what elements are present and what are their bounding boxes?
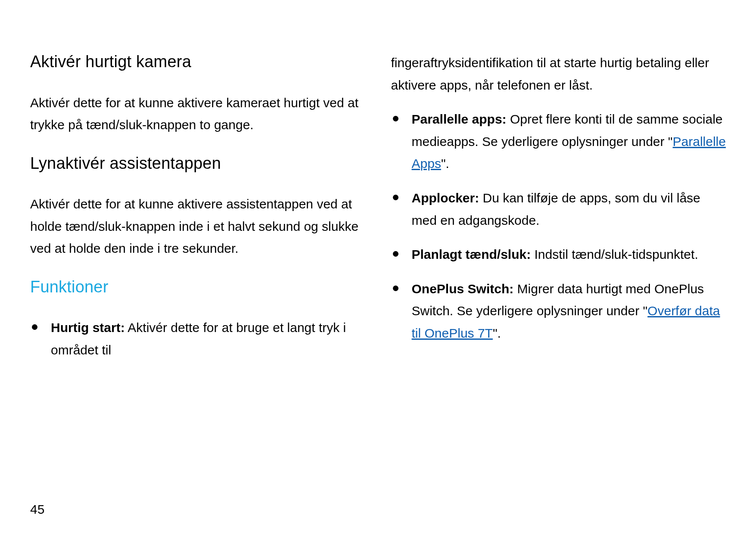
feature-parallel-apps-text-after: ".: [441, 156, 449, 171]
feature-parallel-apps: Parallelle apps: Opret flere konti til d…: [391, 108, 726, 175]
feature-oneplus-switch-label: OnePlus Switch:: [412, 282, 514, 296]
paragraph-quick-camera: Aktivér dette for at kunne aktivere kame…: [30, 92, 365, 136]
feature-quick-start: Hurtig start: Aktivér dette for at bruge…: [30, 317, 365, 361]
document-page: Aktivér hurtigt kamera Aktivér dette for…: [0, 0, 756, 534]
right-column: fingeraftryksidentifikation til at start…: [391, 52, 726, 373]
feature-parallel-apps-label: Parallelle apps:: [412, 112, 507, 126]
feature-list-right: Parallelle apps: Opret flere konti til d…: [391, 108, 726, 344]
heading-functions: Funktioner: [30, 277, 365, 298]
heading-assistant-app: Lynaktivér assistentappen: [30, 153, 365, 174]
feature-quick-start-continuation: fingeraftryksidentifikation til at start…: [391, 52, 726, 96]
feature-oneplus-switch: OnePlus Switch: Migrer data hurtigt med …: [391, 278, 726, 345]
feature-list-left: Hurtig start: Aktivér dette for at bruge…: [30, 317, 365, 361]
feature-scheduled-power: Planlagt tænd/sluk: Indstil tænd/sluk-ti…: [391, 243, 726, 266]
heading-quick-camera: Aktivér hurtigt kamera: [30, 52, 365, 72]
feature-scheduled-power-label: Planlagt tænd/sluk:: [412, 247, 531, 261]
feature-applocker: Applocker: Du kan tilføje de apps, som d…: [391, 187, 726, 231]
page-number: 45: [30, 502, 44, 517]
feature-quick-start-label: Hurtig start:: [51, 320, 125, 335]
feature-applocker-label: Applocker:: [412, 191, 479, 205]
left-column: Aktivér hurtigt kamera Aktivér dette for…: [30, 52, 365, 373]
paragraph-assistant-app: Aktivér dette for at kunne aktivere assi…: [30, 193, 365, 260]
feature-oneplus-switch-text-after: ".: [493, 326, 501, 340]
two-column-layout: Aktivér hurtigt kamera Aktivér dette for…: [30, 52, 726, 373]
feature-scheduled-power-text: Indstil tænd/sluk-tidspunktet.: [531, 247, 698, 261]
